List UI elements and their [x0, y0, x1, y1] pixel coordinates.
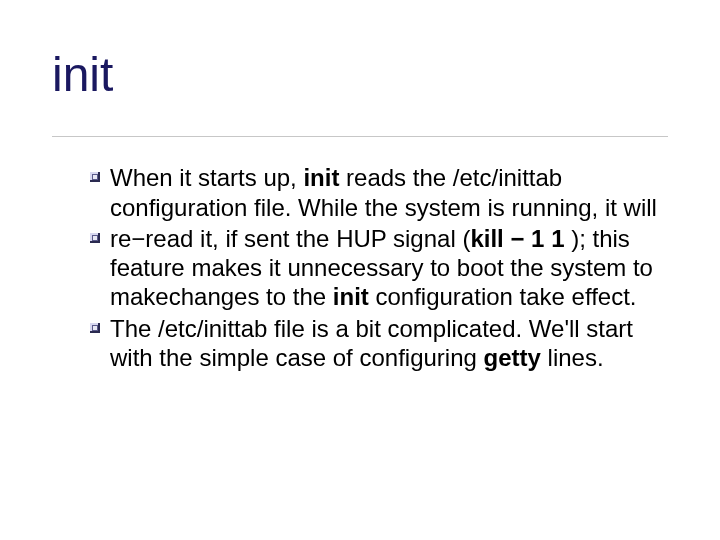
svg-rect-5 — [93, 175, 97, 179]
list-item-text: re−read it, if sent the HUP signal (kill… — [110, 225, 653, 311]
bullet-icon — [90, 172, 100, 182]
slide-title: init — [52, 50, 668, 100]
list-item-text: The /etc/inittab file is a bit complicat… — [110, 315, 633, 371]
list-item: re−read it, if sent the HUP signal (kill… — [90, 224, 660, 312]
svg-rect-16 — [98, 323, 100, 333]
slide: init When it starts up, init reads the /… — [0, 0, 720, 540]
svg-rect-11 — [93, 236, 97, 240]
title-rule — [52, 136, 668, 137]
list-item: The /etc/inittab file is a bit complicat… — [90, 314, 660, 373]
bullet-icon — [90, 323, 100, 333]
list-item-text: When it starts up, init reads the /etc/i… — [110, 164, 657, 220]
svg-rect-17 — [93, 326, 97, 330]
bullet-icon — [90, 233, 100, 243]
svg-rect-10 — [98, 233, 100, 243]
list-item: When it starts up, init reads the /etc/i… — [90, 163, 660, 222]
svg-rect-4 — [98, 172, 100, 182]
bullet-list: When it starts up, init reads the /etc/i… — [52, 163, 668, 372]
